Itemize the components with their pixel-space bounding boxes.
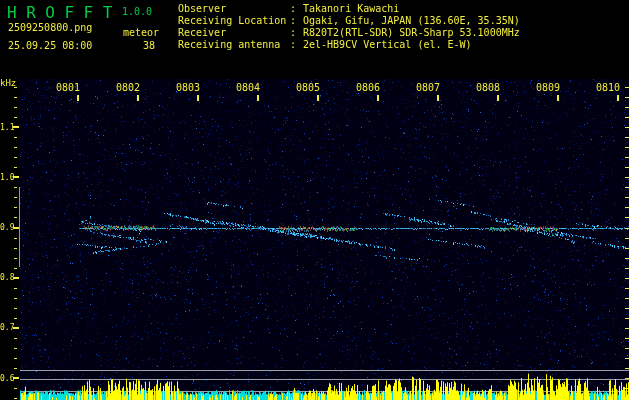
app-title: HROFFT — [7, 3, 122, 22]
info-label: Receiving antenna — [178, 39, 290, 51]
station-info-panel: Observer:Takanori KawachiReceiving Locat… — [178, 3, 520, 51]
info-row-receiving-location: Receiving Location:Ogaki, Gifu, JAPAN (1… — [178, 15, 520, 27]
info-sep: : — [290, 3, 303, 15]
info-label: Receiving Location — [178, 15, 290, 27]
header: HROFFT 1.0.0 2509250800.png meteor 25.09… — [0, 0, 629, 76]
info-row-observer: Observer:Takanori Kawachi — [178, 3, 520, 15]
info-value: R820T2(RTL-SDR) SDR-Sharp 53.1000MHz — [303, 27, 520, 39]
echo-count: 38 — [143, 40, 155, 51]
info-label: Observer — [178, 3, 290, 15]
info-sep: : — [290, 39, 303, 51]
info-value: Ogaki, Gifu, JAPAN (136.60E, 35.35N) — [303, 15, 520, 27]
info-sep: : — [290, 15, 303, 27]
info-row-receiving-antenna: Receiving antenna:2el-HB9CV Vertical (el… — [178, 39, 520, 51]
info-sep: : — [290, 27, 303, 39]
hrofft-spectrogram-screen: kHz 080108020803080408050806080708080809… — [0, 0, 629, 400]
info-value: Takanori Kawachi — [303, 3, 399, 15]
output-filename: 2509250800.png — [8, 22, 92, 33]
datetime-label: 25.09.25 08:00 — [8, 40, 92, 51]
info-row-receiver: Receiver:R820T2(RTL-SDR) SDR-Sharp 53.10… — [178, 27, 520, 39]
app-version: 1.0.0 — [122, 6, 152, 17]
mode-label: meteor — [123, 27, 159, 38]
info-value: 2el-HB9CV Vertical (el. E-W) — [303, 39, 472, 51]
info-label: Receiver — [178, 27, 290, 39]
